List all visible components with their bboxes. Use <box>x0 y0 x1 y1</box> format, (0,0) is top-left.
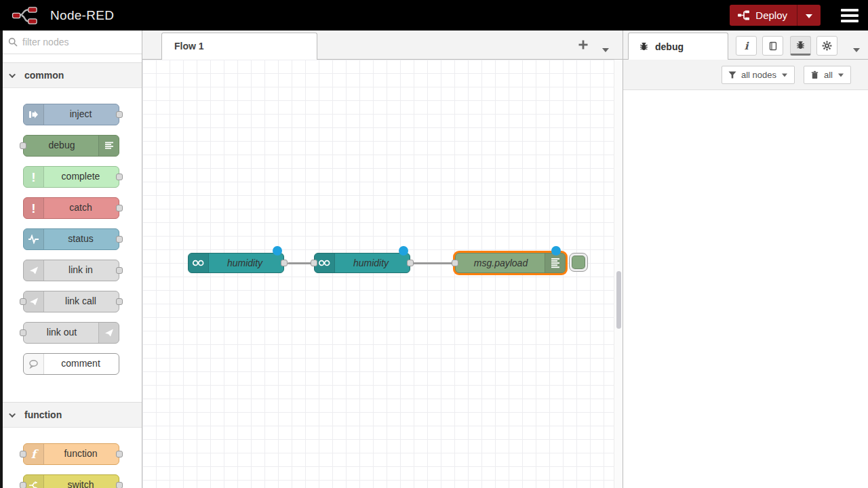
header: Node-RED Deploy <box>0 0 868 30</box>
workspace-tabbar: Flow 1 <box>142 30 623 60</box>
search-icon <box>8 37 18 47</box>
flow-node-label: humidity <box>209 253 281 272</box>
bug-icon <box>639 41 649 52</box>
palette-node-catch[interactable]: ! catch <box>23 197 119 219</box>
canvas-vertical-scrollbar[interactable] <box>614 60 623 488</box>
category-header-common[interactable]: common <box>0 62 142 88</box>
debug-clear-label: all <box>824 70 833 80</box>
add-flow-button[interactable] <box>578 39 589 50</box>
deploy-button[interactable]: Deploy <box>730 5 821 26</box>
palette-node-label: function <box>44 444 117 464</box>
filter-nodes-input[interactable] <box>22 37 124 47</box>
palette-node-switch[interactable]: switch <box>23 474 119 488</box>
debug-toggle-button[interactable] <box>569 253 588 272</box>
palette-node-status[interactable]: status <box>23 228 119 250</box>
flow-node-msg-payload[interactable]: msg.payload <box>455 253 566 273</box>
category-header-function[interactable]: function <box>0 402 142 428</box>
tab-list-caret[interactable] <box>602 43 609 55</box>
output-port[interactable] <box>407 260 414 266</box>
pulse-icon <box>24 229 44 249</box>
funnel-icon <box>728 71 736 79</box>
function-icon: f <box>24 444 44 464</box>
deploy-options-caret[interactable] <box>797 10 821 20</box>
sidebar-tab-debug-button[interactable] <box>790 36 811 56</box>
sidebar-menu-caret[interactable] <box>853 43 860 55</box>
sidebar: debug i <box>623 30 868 488</box>
input-port[interactable] <box>452 260 458 266</box>
wire[interactable] <box>288 262 312 264</box>
debug-list-icon <box>98 136 119 156</box>
tab-flow-1[interactable]: Flow 1 <box>161 33 317 60</box>
chevron-down-icon <box>9 71 16 78</box>
output-port <box>116 236 123 243</box>
wire[interactable] <box>413 262 452 264</box>
palette-node-label: status <box>44 229 117 249</box>
flow-node-humidity-2[interactable]: humidity <box>314 253 410 273</box>
sidebar-tab-label: debug <box>655 41 684 52</box>
plus-icon <box>578 39 589 50</box>
category-nodes-function: f function switch <box>0 428 142 488</box>
input-port <box>20 298 26 305</box>
input-port <box>20 451 26 458</box>
flow-canvas[interactable]: humidity humidity <box>142 60 623 488</box>
flow-node-label: humidity <box>335 253 407 272</box>
debug-clear-button[interactable]: all <box>804 66 851 84</box>
output-port <box>116 298 123 305</box>
comment-icon <box>24 354 44 374</box>
palette-node-complete[interactable]: ! complete <box>23 166 119 188</box>
debug-list-icon <box>545 253 565 272</box>
node-red-logo: Node-RED <box>5 5 114 26</box>
main-menu-button[interactable] <box>841 6 859 25</box>
category-nodes-common: inject debug ! complete ! catch <box>0 88 142 394</box>
sidebar-tab-info[interactable]: i <box>736 36 757 56</box>
palette-node-comment[interactable]: comment <box>23 353 119 375</box>
exclamation-icon: ! <box>24 198 44 218</box>
sidebar-tab-config[interactable] <box>816 36 837 56</box>
output-port <box>116 174 123 180</box>
palette-node-function[interactable]: f function <box>23 443 119 465</box>
output-port <box>116 267 123 274</box>
switch-icon <box>24 475 44 488</box>
trash-icon <box>810 70 819 79</box>
palette-node-label: catch <box>44 198 117 218</box>
chevron-down-icon <box>782 73 787 77</box>
palette-node-link-call[interactable]: link call <box>23 291 119 312</box>
palette-node-label: link call <box>44 291 117 311</box>
output-port[interactable] <box>281 260 288 266</box>
palette-search[interactable] <box>0 30 142 54</box>
debug-filter-button[interactable]: all nodes <box>722 66 795 84</box>
sidebar-tab-help[interactable] <box>762 36 783 56</box>
flow-node-humidity-1[interactable]: humidity <box>188 253 284 273</box>
category-label: common <box>24 70 64 81</box>
palette: common inject debug <box>0 30 142 488</box>
tab-debug[interactable]: debug <box>628 33 728 60</box>
node-red-app: Node-RED Deploy <box>0 0 868 488</box>
debug-messages-panel[interactable] <box>623 91 868 488</box>
sidebar-tabrow: debug i <box>623 30 868 60</box>
palette-node-link-out[interactable]: link out <box>23 322 119 344</box>
palette-node-inject[interactable]: inject <box>23 104 119 125</box>
output-port <box>116 205 123 211</box>
gear-icon <box>822 41 832 51</box>
app-title: Node-RED <box>50 8 114 23</box>
palette-node-label: comment <box>44 354 117 373</box>
node-red-logo-icon <box>5 5 45 26</box>
palette-node-link-in[interactable]: link in <box>23 260 119 281</box>
link-icon <box>24 260 44 281</box>
palette-node-label: switch <box>44 475 117 488</box>
changed-indicator <box>399 246 408 256</box>
changed-indicator <box>273 246 282 256</box>
debug-toolbar: all nodes all <box>623 60 868 90</box>
palette-node-label: debug <box>25 136 98 155</box>
deploy-label: Deploy <box>755 9 787 21</box>
arduino-icon <box>315 253 335 272</box>
scrollbar-thumb[interactable] <box>616 271 621 329</box>
palette-node-label: link in <box>44 260 117 280</box>
palette-node-debug[interactable]: debug <box>23 135 119 157</box>
input-port[interactable] <box>311 260 317 266</box>
arduino-icon <box>189 253 209 272</box>
input-port <box>20 329 26 336</box>
deploy-icon <box>738 10 749 20</box>
chevron-down-icon <box>9 411 16 418</box>
palette-node-label: complete <box>44 167 117 186</box>
